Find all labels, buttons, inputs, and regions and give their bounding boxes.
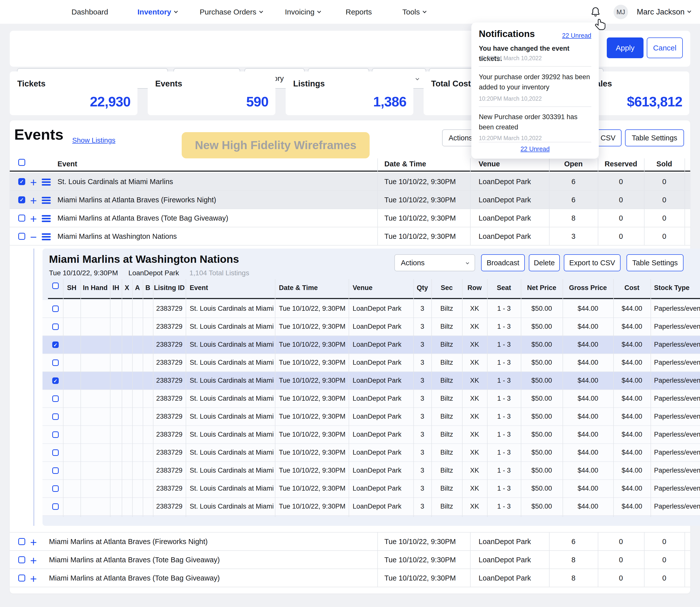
expand-row-button[interactable]: +: [28, 572, 39, 586]
listing-venue: LoanDepot Park: [353, 359, 402, 367]
event-row[interactable]: − Miami Marlins at Washington Nations Tu…: [10, 227, 690, 246]
notification-text[interactable]: Your purchase order 39292 has been added…: [479, 72, 591, 92]
expand-row-button[interactable]: +: [28, 194, 39, 207]
select-all-checkbox[interactable]: [52, 282, 59, 289]
apply-button[interactable]: Apply: [607, 38, 643, 58]
panel-actions-dropdown[interactable]: Actions: [394, 254, 475, 271]
row-checkbox[interactable]: [52, 432, 59, 438]
listing-event: St. Louis Cardinals at Miami: [190, 377, 274, 384]
row-checkbox[interactable]: [52, 359, 59, 366]
listing-qty: 3: [413, 377, 431, 384]
expand-row-button[interactable]: +: [28, 536, 39, 549]
listings-table-body: 2383729 St. Louis Cardinals at Miami Tue…: [42, 300, 700, 516]
expand-row-button[interactable]: +: [28, 212, 39, 226]
row-checkbox[interactable]: [52, 323, 59, 330]
event-row[interactable]: + Miami Marlins at Atlanta Braves (Tote …: [10, 569, 690, 587]
listing-event: St. Louis Cardinals at Miami: [190, 485, 274, 493]
event-date: Tue 10/10/22, 9:30PM: [384, 574, 456, 582]
row-checkbox[interactable]: [18, 214, 25, 222]
column-header-open: Open: [549, 160, 598, 168]
row-checkbox[interactable]: [52, 377, 59, 384]
select-all-checkbox[interactable]: [18, 159, 25, 166]
user-menu[interactable]: Marc Jackson: [637, 0, 690, 24]
reserved-count: 0: [598, 556, 644, 564]
row-checkbox[interactable]: [52, 503, 59, 510]
listing-row[interactable]: 2383729 St. Louis Cardinals at Miami Tue…: [42, 480, 700, 498]
column-divider: [644, 532, 644, 587]
listing-row[interactable]: 2383729 St. Louis Cardinals at Miami Tue…: [42, 498, 700, 516]
listing-row[interactable]: 2383729 St. Louis Cardinals at Miami Tue…: [42, 408, 700, 426]
row-checkbox[interactable]: [52, 395, 59, 402]
listing-row[interactable]: 2383729 St. Louis Cardinals at Miami Tue…: [42, 390, 700, 408]
cancel-button[interactable]: Cancel: [647, 38, 683, 58]
event-row[interactable]: + Miami Marlins at Atlanta Braves (Firew…: [10, 532, 690, 551]
unread-count-link[interactable]: 22 Unread: [562, 32, 591, 39]
nav-inventory[interactable]: Inventory: [138, 0, 177, 24]
events-table-settings-button[interactable]: Table Settings: [625, 129, 684, 146]
row-checkbox[interactable]: [52, 449, 59, 456]
listing-id: 2383729: [153, 395, 186, 402]
export-csv-button[interactable]: Export to CSV: [564, 254, 620, 271]
row-menu-icon[interactable]: [42, 233, 51, 242]
column-divider: [521, 279, 521, 517]
row-checkbox[interactable]: [18, 556, 25, 563]
listing-event: St. Louis Cardinals at Miami: [190, 323, 274, 331]
listing-row[interactable]: 2383729 St. Louis Cardinals at Miami Tue…: [42, 354, 700, 372]
expand-row-button[interactable]: +: [28, 554, 39, 567]
delete-button[interactable]: Delete: [529, 254, 560, 271]
listing-row[interactable]: 2383729 St. Louis Cardinals at Miami Tue…: [42, 336, 700, 354]
row-menu-icon[interactable]: [42, 215, 51, 223]
row-checkbox[interactable]: [52, 413, 59, 420]
expand-row-button[interactable]: −: [28, 230, 39, 244]
row-checkbox[interactable]: [18, 178, 25, 185]
listing-section: Biltz: [431, 377, 462, 384]
listing-event: St. Louis Cardinals at Miami: [190, 413, 274, 420]
nav-reports[interactable]: Reports: [346, 0, 372, 24]
listing-row[interactable]: 2383729 St. Louis Cardinals at Miami Tue…: [42, 300, 700, 318]
event-row[interactable]: + Miami Marlins at Atlanta Braves (Tote …: [10, 209, 690, 227]
row-checkbox[interactable]: [18, 233, 25, 240]
event-row[interactable]: + Miami Marlins at Atlanta Braves (Firew…: [10, 191, 690, 209]
notifications-bell-icon[interactable]: [590, 6, 601, 18]
column-header-in-hand: In Hand: [81, 284, 110, 292]
broadcast-button[interactable]: Broadcast: [481, 254, 525, 271]
open-count: 6: [549, 538, 598, 546]
row-menu-icon[interactable]: [42, 197, 51, 205]
row-menu-icon[interactable]: [42, 179, 51, 187]
row-checkbox[interactable]: [52, 485, 59, 492]
nav-dashboard[interactable]: Dashboard: [71, 0, 108, 24]
row-checkbox[interactable]: [18, 538, 25, 545]
column-header-row: Row: [462, 284, 487, 292]
listing-row[interactable]: 2383729 St. Louis Cardinals at Miami Tue…: [42, 444, 700, 462]
row-checkbox[interactable]: [52, 306, 59, 312]
table-settings-button[interactable]: Table Settings: [626, 254, 683, 271]
event-date: Tue 10/10/22, 9:30PM: [384, 556, 456, 564]
listing-id: 2383729: [153, 323, 186, 331]
listing-gross-price: $44.00: [562, 485, 613, 493]
listing-id: 2383729: [153, 305, 186, 313]
listing-row-code: XK: [462, 413, 487, 420]
divider: [479, 66, 591, 67]
listing-section: Biltz: [431, 467, 462, 474]
show-listings-link[interactable]: Show Listings: [72, 137, 116, 144]
event-row[interactable]: + Miami Marlins at Atlanta Braves (Tote …: [10, 551, 690, 569]
listing-seat: 1 - 3: [487, 341, 521, 349]
listing-venue: LoanDepot Park: [353, 395, 402, 402]
nav-invoicing[interactable]: Invoicing: [285, 0, 320, 24]
listing-row[interactable]: 2383729 St. Louis Cardinals at Miami Tue…: [42, 426, 700, 444]
listing-row[interactable]: 2383729 St. Louis Cardinals at Miami Tue…: [42, 462, 700, 480]
nav-tools[interactable]: Tools: [403, 0, 426, 24]
row-checkbox[interactable]: [18, 196, 25, 203]
column-header-x: X: [122, 284, 132, 292]
listing-row[interactable]: 2383729 St. Louis Cardinals at Miami Tue…: [42, 318, 700, 336]
unread-count-footer-link[interactable]: 22 Unread: [471, 145, 599, 153]
nav-purchase-orders[interactable]: Purchase Orders: [200, 0, 262, 24]
event-row[interactable]: + St. Louis Cardinals at Miami Marlins T…: [10, 173, 690, 191]
row-checkbox[interactable]: [52, 341, 59, 348]
row-checkbox[interactable]: [52, 467, 59, 474]
row-checkbox[interactable]: [18, 574, 25, 582]
listing-row[interactable]: 2383729 St. Louis Cardinals at Miami Tue…: [42, 372, 700, 390]
avatar[interactable]: MJ: [614, 5, 628, 19]
expand-row-button[interactable]: +: [28, 175, 39, 189]
notification-text[interactable]: New Purchase order 303391 has been creat…: [479, 112, 591, 132]
